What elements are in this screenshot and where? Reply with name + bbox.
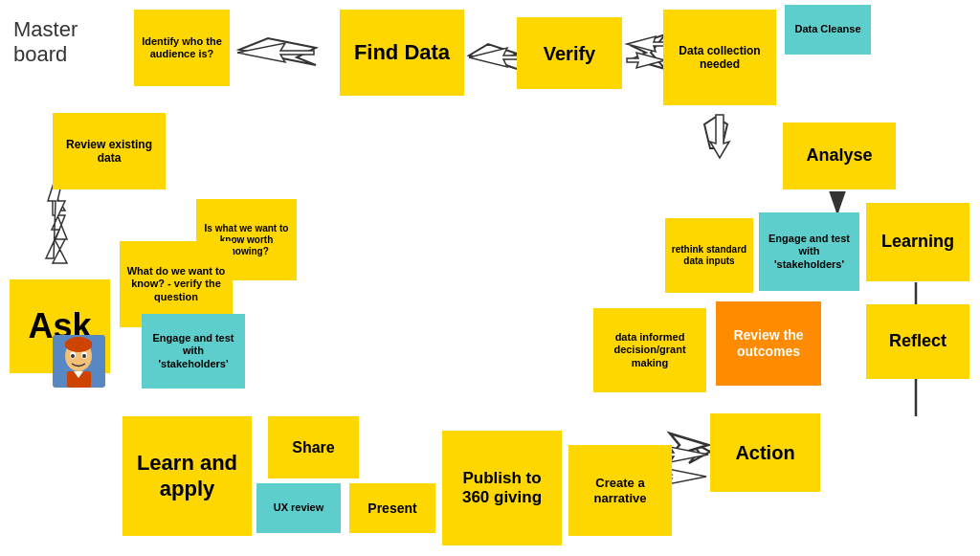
sticky-create-narrative[interactable]: Create a narrative	[568, 445, 672, 536]
svg-marker-2	[632, 34, 665, 69]
sticky-analyse[interactable]: Analyse	[783, 122, 896, 189]
svg-marker-9	[670, 434, 708, 456]
character-avatar	[53, 335, 105, 388]
sticky-review-outcomes[interactable]: Review the outcomes	[716, 301, 821, 386]
svg-rect-22	[65, 341, 92, 348]
sticky-data-informed[interactable]: data informed decision/grant making	[593, 308, 706, 392]
svg-marker-7	[53, 191, 67, 263]
sticky-share[interactable]: Share	[268, 416, 359, 478]
sticky-reflect[interactable]: Reflect	[866, 304, 969, 379]
sticky-learn-apply[interactable]: Learn and apply	[122, 416, 252, 536]
svg-marker-8	[689, 440, 710, 463]
svg-marker-15	[710, 115, 729, 158]
sticky-find-data[interactable]: Find Data	[340, 10, 464, 96]
sticky-publish[interactable]: Publish to 360 giving	[442, 431, 562, 545]
sticky-review-existing[interactable]: Review existing data	[53, 113, 166, 189]
sticky-rethink[interactable]: rethink standard data inputs	[665, 218, 753, 293]
sticky-present[interactable]: Present	[349, 483, 435, 533]
board-title: Masterboard	[13, 17, 78, 67]
svg-marker-1	[469, 44, 517, 69]
svg-marker-11	[237, 43, 314, 62]
master-board: Masterboard	[0, 0, 980, 556]
svg-point-25	[71, 354, 75, 358]
sticky-ux-review[interactable]: UX review	[256, 483, 341, 533]
sticky-engage-test-left[interactable]: Engage and test with 'stakeholders'	[142, 314, 245, 389]
svg-marker-3	[704, 117, 727, 148]
sticky-action[interactable]: Action	[710, 413, 820, 492]
svg-marker-14	[627, 53, 665, 68]
sticky-data-collection[interactable]: Data collection needed	[663, 10, 776, 105]
svg-point-26	[82, 354, 86, 358]
sticky-data-cleanse[interactable]: Data Cleanse	[785, 5, 871, 55]
svg-marker-13	[627, 36, 665, 52]
sticky-engage-test-right[interactable]: Engage and test with 'stakeholders'	[759, 212, 859, 291]
sticky-identify[interactable]: Identify who the audience is?	[134, 10, 230, 86]
sticky-learning[interactable]: Learning	[866, 203, 969, 281]
svg-marker-0	[239, 38, 316, 65]
sticky-verify[interactable]: Verify	[517, 17, 622, 89]
svg-marker-12	[469, 48, 522, 67]
